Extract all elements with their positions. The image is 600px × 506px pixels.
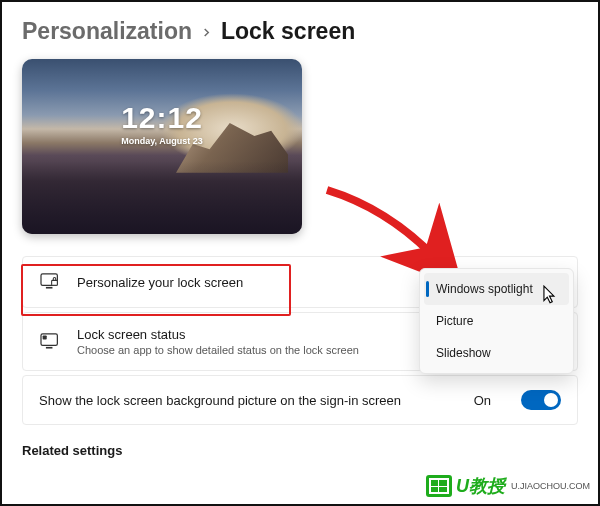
breadcrumb: Personalization Lock screen xyxy=(22,18,578,45)
windows-squares-icon xyxy=(426,475,452,497)
svg-rect-4 xyxy=(46,346,53,348)
svg-rect-2 xyxy=(52,280,58,285)
dropdown-item-slideshow[interactable]: Slideshow xyxy=(424,337,569,369)
preview-date: Monday, August 23 xyxy=(22,136,302,146)
signin-bg-title: Show the lock screen background picture … xyxy=(39,393,458,408)
svg-rect-1 xyxy=(46,287,53,289)
breadcrumb-current: Lock screen xyxy=(221,18,355,45)
watermark: U教授 U.JIAOCHOU.COM xyxy=(426,474,590,498)
dropdown-item-spotlight[interactable]: Windows spotlight xyxy=(424,273,569,305)
watermark-url: U.JIAOCHOU.COM xyxy=(511,481,590,491)
breadcrumb-parent[interactable]: Personalization xyxy=(22,18,192,45)
signin-bg-toggle[interactable] xyxy=(521,390,561,410)
monitor-lock-icon xyxy=(39,271,61,293)
chevron-right-icon xyxy=(202,24,211,40)
monitor-app-icon xyxy=(39,331,61,353)
related-settings-header: Related settings xyxy=(22,443,578,458)
background-mode-dropdown: Windows spotlight Picture Slideshow xyxy=(419,268,574,374)
toggle-label: On xyxy=(474,393,491,408)
watermark-brand: U教授 xyxy=(456,474,505,498)
preview-time: 12:12 xyxy=(22,101,302,135)
signin-background-row: Show the lock screen background picture … xyxy=(22,375,578,425)
dropdown-item-picture[interactable]: Picture xyxy=(424,305,569,337)
lock-screen-preview: 12:12 Monday, August 23 xyxy=(22,59,302,234)
svg-rect-5 xyxy=(43,335,47,339)
